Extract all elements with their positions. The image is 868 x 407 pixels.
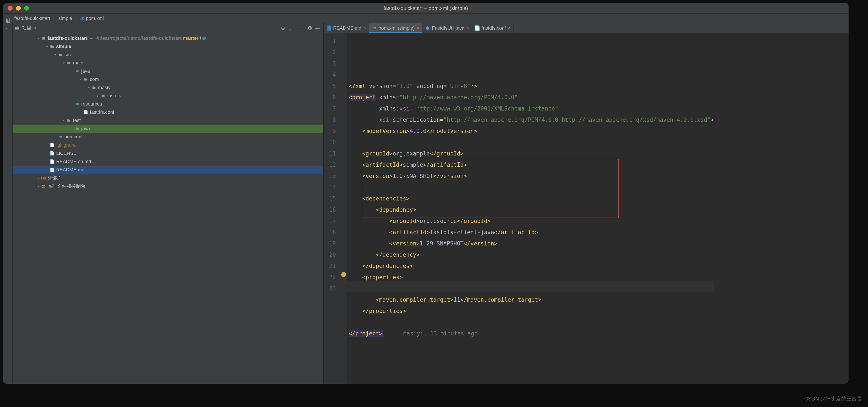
left-toolwindow-stripe[interactable]: 1项目 xyxy=(3,23,12,384)
editor-tab-active[interactable]: m pom.xml (simple) × xyxy=(369,23,422,33)
tree-item-file[interactable]: 📄README.en.md xyxy=(12,157,323,166)
java-class-icon xyxy=(425,26,430,30)
tree-item-resources[interactable]: ▾resources xyxy=(12,100,323,108)
editor-tab[interactable]: FastdfsUtil.java × xyxy=(422,23,472,33)
tree-item-source-root[interactable]: ▾java xyxy=(12,67,323,75)
window-title: fastdfs-quickstart – pom.xml (simple) xyxy=(3,5,848,11)
tree-item-folder[interactable]: ▾test xyxy=(12,116,323,124)
project-toolwindow-tab[interactable]: 1项目 xyxy=(5,26,11,29)
tree-item-file[interactable]: mpom.xml xyxy=(12,133,323,141)
tree-item-package[interactable]: ▾com xyxy=(12,75,323,84)
close-icon[interactable]: × xyxy=(417,26,419,30)
breadcrumb-item[interactable]: simple xyxy=(58,16,72,21)
tree-item-file[interactable]: 📄fastdfs.conf xyxy=(12,108,323,116)
editor-tabs: 📘 README.md × m pom.xml (simple) × Fastd… xyxy=(323,23,848,33)
tree-item-scratches[interactable]: ▸🗀临时文件和控制台 xyxy=(12,182,323,190)
line-numbers: 1234567891011121314151617181920212223 xyxy=(323,33,340,384)
tree-item-file[interactable]: 📄LICENSE xyxy=(12,149,323,157)
breadcrumb: fastdfs-quickstart 〉 simple 〉 m pom.xml xyxy=(3,13,848,23)
intention-bulb-icon[interactable] xyxy=(341,272,346,277)
titlebar: fastdfs-quickstart – pom.xml (simple) xyxy=(3,3,848,13)
maven-icon: m xyxy=(372,26,376,30)
tree-item-package[interactable]: ▸fastdfs xyxy=(12,92,323,100)
tree-item-project-root[interactable]: ▾ fastdfs-quickstart – ~/IdeaProjects/de… xyxy=(12,34,323,42)
minimize-icon[interactable]: — xyxy=(315,25,320,31)
tree-item-file[interactable]: 📄.gitignore xyxy=(12,141,323,149)
indent-guide xyxy=(360,47,360,384)
tree-item-external-libs[interactable]: ▸▮▮▮外部库 xyxy=(12,174,323,182)
tree-item-test-root[interactable]: java xyxy=(12,124,323,133)
git-branch-label: master xyxy=(183,35,198,41)
close-icon[interactable]: × xyxy=(508,26,510,30)
maven-icon: m xyxy=(80,16,85,21)
window-minimize-icon[interactable] xyxy=(16,6,21,10)
project-panel: 项目 ▼ | — ▾ fastdfs-quickstart – ~/IdeaPr… xyxy=(12,23,323,384)
git-lens: masiyi, 13 minutes ago xyxy=(386,330,478,337)
tree-item-module[interactable]: ▾simple xyxy=(12,42,323,51)
code-content[interactable]: <?xml version="1.0" encoding="UTF-8"?> <… xyxy=(347,33,714,384)
editor-tab[interactable]: 📘 README.md × xyxy=(323,23,369,33)
select-opened-file-icon[interactable] xyxy=(280,25,286,31)
git-dirty-icon xyxy=(203,36,206,40)
divider: | xyxy=(304,25,305,31)
project-tree[interactable]: ▾ fastdfs-quickstart – ~/IdeaProjects/de… xyxy=(12,33,323,190)
close-icon[interactable]: × xyxy=(467,26,469,30)
folder-icon xyxy=(14,25,20,31)
filter-icon[interactable] xyxy=(288,25,293,31)
tree-item-package[interactable]: ▾masiyi xyxy=(12,84,323,92)
expand-all-icon[interactable] xyxy=(296,25,301,31)
markdown-icon: 📘 xyxy=(327,25,331,31)
window-zoom-icon[interactable] xyxy=(24,6,29,10)
code-editor[interactable]: 1234567891011121314151617181920212223 <?… xyxy=(323,33,848,384)
close-icon[interactable]: × xyxy=(364,26,366,30)
tree-item-folder[interactable]: ▾main xyxy=(12,59,323,67)
gear-icon[interactable] xyxy=(307,25,313,31)
dependency-highlight-box xyxy=(362,159,619,218)
breadcrumb-item[interactable]: fastdfs-quickstart xyxy=(14,16,50,21)
project-panel-header: 项目 ▼ | — xyxy=(12,23,323,33)
current-line-highlight xyxy=(347,281,714,292)
tree-item-folder[interactable]: ▾src xyxy=(12,51,323,59)
gutter-icons[interactable] xyxy=(340,33,347,384)
editor-area: 📘 README.md × m pom.xml (simple) × Fastd… xyxy=(323,23,848,384)
chevron-down-icon[interactable]: ▼ xyxy=(34,26,37,30)
svg-point-1 xyxy=(283,28,283,29)
tree-item-file-selected[interactable]: 📄README.md xyxy=(12,166,323,174)
editor-tab[interactable]: 📄 fastdfs.conf × xyxy=(472,23,514,33)
window-close-icon[interactable] xyxy=(8,6,12,10)
waterm) : CSDN @掉头发的王富贵 xyxy=(804,395,862,402)
breadcrumb-item[interactable]: pom.xml xyxy=(86,16,104,21)
file-icon: 📄 xyxy=(475,25,479,31)
panel-title[interactable]: 项目 xyxy=(22,25,32,31)
